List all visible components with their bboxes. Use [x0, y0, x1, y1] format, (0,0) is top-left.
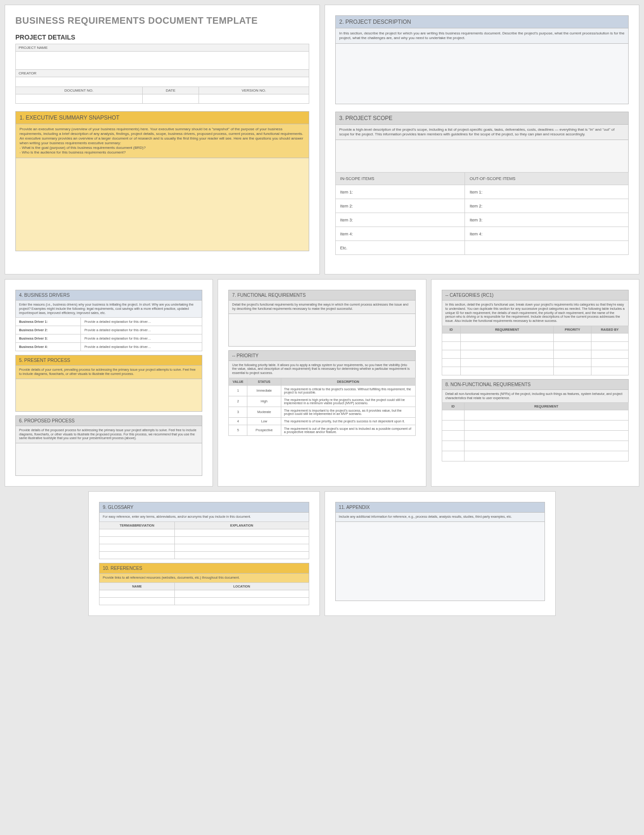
date-value[interactable]: [142, 94, 199, 104]
categories-table: ID REQUIREMENT PRIORITY RAISED BY: [442, 326, 629, 375]
page-7: 11. APPENDIX Include any additional info…: [325, 491, 556, 616]
section-desc: For easy reference, enter any terms, abb…: [100, 512, 309, 521]
cat-cell[interactable]: [554, 367, 591, 375]
driver-detail[interactable]: Provide a detailed explanation for this …: [81, 326, 202, 334]
scope-cell[interactable]: Item 1:: [465, 185, 628, 199]
cat-cell[interactable]: [554, 333, 591, 341]
version-value[interactable]: [199, 94, 309, 104]
section-project-scope: 3. PROJECT SCOPE Provide a high-level de…: [335, 112, 629, 173]
cat-cell[interactable]: [554, 341, 591, 350]
nfr-cell[interactable]: [442, 441, 464, 451]
cat-cell[interactable]: [591, 341, 628, 350]
ref-cell[interactable]: [175, 597, 309, 605]
cat-cell[interactable]: [442, 333, 460, 341]
doc-no-value[interactable]: [16, 94, 143, 104]
nfr-cell[interactable]: [464, 421, 628, 431]
cat-cell[interactable]: [460, 358, 554, 367]
ref-cell[interactable]: [100, 590, 175, 597]
section-fill[interactable]: [336, 43, 629, 104]
scope-cell[interactable]: Item 4:: [335, 227, 465, 241]
prio-value: 2: [229, 396, 247, 407]
glos-cell[interactable]: [100, 551, 175, 559]
driver-detail[interactable]: Provide a detailed explanation for this …: [81, 343, 202, 351]
cat-cell[interactable]: [591, 358, 628, 367]
cat-cell[interactable]: [442, 367, 460, 375]
doc-no-label: DOCUMENT NO.: [16, 87, 143, 94]
project-name-value[interactable]: [16, 52, 309, 69]
out-scope-header: OUT-OF-SCOPE ITEMS: [465, 173, 628, 185]
cat-cell[interactable]: [554, 358, 591, 367]
section-title: -- PRIORITY: [229, 351, 415, 361]
scope-cell[interactable]: Item 2:: [465, 199, 628, 213]
glos-cell[interactable]: [175, 536, 309, 544]
nfr-cell[interactable]: [464, 431, 628, 441]
ref-cell[interactable]: [100, 597, 175, 605]
driver-name: Business Driver 1:: [16, 318, 81, 326]
ref-cell[interactable]: [175, 590, 309, 597]
section-appendix: 11. APPENDIX Include any additional info…: [335, 502, 545, 601]
nfr-cell[interactable]: [464, 451, 628, 461]
section-desc: Provide links to all referenced resource…: [100, 573, 309, 582]
th-id: ID: [442, 326, 460, 333]
section-fill[interactable]: [16, 158, 309, 251]
section-priority: -- PRIORITY Use the following priority t…: [228, 350, 415, 378]
scope-cell[interactable]: Item 2:: [335, 199, 465, 213]
nfr-cell[interactable]: [442, 421, 464, 431]
section-fill[interactable]: [336, 140, 629, 172]
cat-cell[interactable]: [442, 350, 460, 358]
section-fill[interactable]: [16, 379, 202, 411]
nfr-cell[interactable]: [442, 410, 464, 421]
prio-value: 1: [229, 385, 247, 396]
nfr-cell[interactable]: [464, 441, 628, 451]
scope-cell[interactable]: Etc.: [335, 241, 465, 255]
creator-value[interactable]: [16, 77, 309, 87]
scope-cell[interactable]: Item 1:: [335, 185, 465, 199]
section-desc: Use the following priority table. It all…: [229, 361, 415, 378]
cat-cell[interactable]: [442, 358, 460, 367]
section-title: 7. FUNCTIONAL REQUIREMENTS: [229, 290, 415, 300]
section-desc: Enter the reasons (i.e., business driver…: [16, 300, 202, 317]
references-table: NAME LOCATION: [99, 582, 309, 605]
driver-detail[interactable]: Provide a detailed explanation for this …: [81, 334, 202, 343]
section-desc: In this section, detail the project's fu…: [442, 300, 628, 326]
page-1: BUSINESS REQUIREMENTS DOCUMENT TEMPLATE …: [5, 5, 320, 274]
cat-cell[interactable]: [591, 333, 628, 341]
scope-cell[interactable]: Item 3:: [335, 213, 465, 227]
section-glossary: 9. GLOSSARY For easy reference, enter an…: [99, 502, 309, 522]
section-desc: In this section, describe the project fo…: [336, 28, 629, 43]
page-2: 2. PROJECT DESCRIPTION In this section, …: [325, 5, 640, 274]
scope-cell[interactable]: [465, 241, 628, 255]
prio-desc: The requirement is critical to the proje…: [281, 385, 415, 396]
nfr-cell[interactable]: [464, 410, 628, 421]
glos-cell[interactable]: [100, 536, 175, 544]
project-name-label: PROJECT NAME: [16, 44, 309, 52]
section-fill[interactable]: [336, 521, 545, 601]
prio-status: Prospective: [247, 425, 281, 435]
glos-cell[interactable]: [175, 544, 309, 551]
section-fill[interactable]: [229, 314, 415, 346]
nfr-cell[interactable]: [442, 451, 464, 461]
scope-cell[interactable]: Item 3:: [465, 213, 628, 227]
section-fill[interactable]: [16, 443, 202, 475]
creator-label: CREATOR: [16, 70, 309, 77]
cat-cell[interactable]: [460, 367, 554, 375]
cat-cell[interactable]: [460, 350, 554, 358]
cat-cell[interactable]: [442, 341, 460, 350]
prio-value: 5: [229, 425, 247, 435]
cat-cell[interactable]: [591, 350, 628, 358]
glos-cell[interactable]: [175, 529, 309, 536]
date-label: DATE: [142, 87, 199, 94]
section-references: 10. REFERENCES Provide links to all refe…: [99, 563, 309, 583]
glos-cell[interactable]: [100, 544, 175, 551]
cat-cell[interactable]: [460, 333, 554, 341]
cat-cell[interactable]: [460, 341, 554, 350]
cat-cell[interactable]: [554, 350, 591, 358]
driver-name: Business Driver 3:: [16, 334, 81, 343]
cat-cell[interactable]: [591, 367, 628, 375]
nfr-cell[interactable]: [442, 431, 464, 441]
glos-cell[interactable]: [100, 529, 175, 536]
prio-status: Moderate: [247, 407, 281, 417]
driver-detail[interactable]: Provide a detailed explanation for this …: [81, 318, 202, 326]
scope-cell[interactable]: Item 4:: [465, 227, 628, 241]
glos-cell[interactable]: [175, 551, 309, 559]
